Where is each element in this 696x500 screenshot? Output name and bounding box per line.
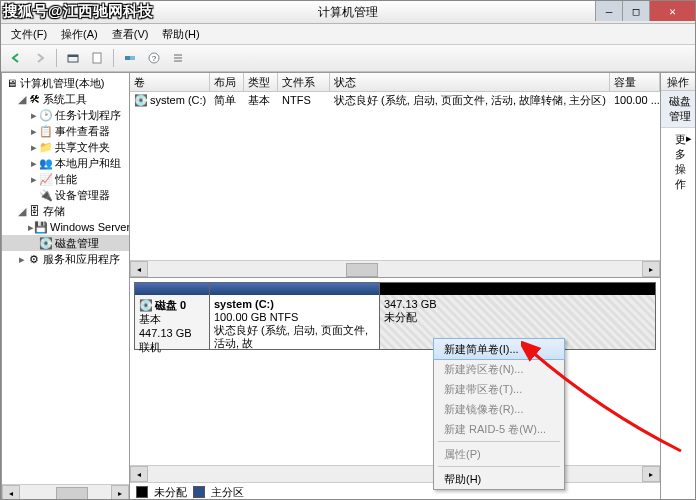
partition-system-c[interactable]: system (C:) 100.00 GB NTFS 状态良好 (系统, 启动,… xyxy=(210,283,380,349)
svg-rect-2 xyxy=(93,53,101,63)
toolbar: ? xyxy=(1,45,695,72)
maximize-button[interactable]: □ xyxy=(622,1,649,21)
grid-hscroll[interactable]: ◂▸ xyxy=(130,260,660,277)
legend-unalloc-swatch xyxy=(136,486,148,498)
tree-wsb[interactable]: ▸💾Windows Server Back xyxy=(2,219,129,235)
tree-disk-mgmt[interactable]: 💽磁盘管理 xyxy=(2,235,129,251)
clock-icon: 🕑 xyxy=(39,108,53,122)
storage-icon: 🗄 xyxy=(27,204,41,218)
tree-event-viewer[interactable]: ▸📋事件查看器 xyxy=(2,123,129,139)
tree-shared-folders[interactable]: ▸📁共享文件夹 xyxy=(2,139,129,155)
back-button[interactable] xyxy=(5,47,27,69)
computer-icon: 🖥 xyxy=(4,76,18,90)
volume-grid-body: 💽system (C:) 简单 基本 NTFS 状态良好 (系统, 启动, 页面… xyxy=(130,92,660,260)
col-layout[interactable]: 布局 xyxy=(210,73,244,91)
refresh-button[interactable] xyxy=(119,47,141,69)
svg-rect-4 xyxy=(130,56,135,60)
users-icon: 👥 xyxy=(39,156,53,170)
event-icon: 📋 xyxy=(39,124,53,138)
ctx-new-stripe: 新建带区卷(T)... xyxy=(434,379,564,399)
tree-local-users[interactable]: ▸👥本地用户和组 xyxy=(2,155,129,171)
menu-help[interactable]: 帮助(H) xyxy=(156,25,205,44)
tree-device-manager[interactable]: 🔌设备管理器 xyxy=(2,187,129,203)
legend-primary-swatch xyxy=(193,486,205,498)
tree-services-apps[interactable]: ▸⚙服务和应用程序 xyxy=(2,251,129,267)
ctx-new-mirror: 新建镜像卷(R)... xyxy=(434,399,564,419)
minimize-button[interactable]: — xyxy=(595,1,622,21)
disk-drive-icon: 💽 xyxy=(139,298,153,312)
perf-icon: 📈 xyxy=(39,172,53,186)
volume-icon: 💽 xyxy=(134,93,148,107)
legend: 未分配 主分区 xyxy=(130,482,660,500)
content-pane: 卷 布局 类型 文件系统 状态 容量 💽system (C:) 简单 基本 NT… xyxy=(129,72,661,500)
ctx-properties: 属性(P) xyxy=(434,444,564,464)
chevron-right-icon: ▸ xyxy=(686,132,692,192)
wrench-icon: 🛠 xyxy=(27,92,41,106)
actions-pane: 操作 磁盘管理 更多操作▸ xyxy=(661,72,696,500)
tree-root[interactable]: 🖥计算机管理(本地) xyxy=(2,75,129,91)
disk-icon: 💽 xyxy=(39,236,53,250)
ctx-new-span: 新建跨区卷(N)... xyxy=(434,359,564,379)
disk-hscroll[interactable]: ◂▸ xyxy=(130,465,660,482)
list-button[interactable] xyxy=(167,47,189,69)
ctx-new-simple[interactable]: 新建简单卷(I)... xyxy=(433,338,565,360)
volume-grid-header: 卷 布局 类型 文件系统 状态 容量 xyxy=(130,73,660,92)
menu-view[interactable]: 查看(V) xyxy=(106,25,155,44)
help-button[interactable]: ? xyxy=(143,47,165,69)
ctx-new-raid5: 新建 RAID-5 卷(W)... xyxy=(434,419,564,439)
backup-icon: 💾 xyxy=(34,220,48,234)
ctx-help[interactable]: 帮助(H) xyxy=(434,469,564,489)
disk-row-0: 💽磁盘 0 基本 447.13 GB 联机 system (C:) 100.00… xyxy=(134,282,656,350)
disk-header[interactable]: 💽磁盘 0 基本 447.13 GB 联机 xyxy=(134,282,210,350)
actions-header: 操作 xyxy=(661,73,696,91)
action-more[interactable]: 更多操作▸ xyxy=(661,128,696,196)
col-fs[interactable]: 文件系统 xyxy=(278,73,330,91)
menu-file[interactable]: 文件(F) xyxy=(5,25,53,44)
device-icon: 🔌 xyxy=(39,188,53,202)
svg-rect-3 xyxy=(125,56,130,60)
tree-task-scheduler[interactable]: ▸🕑任务计划程序 xyxy=(2,107,129,123)
props-button[interactable] xyxy=(86,47,108,69)
close-button[interactable]: ✕ xyxy=(649,1,695,21)
gear-icon: ⚙ xyxy=(27,252,41,266)
tree-hscroll[interactable]: ◂▸ xyxy=(2,484,129,500)
title-bar: 计算机管理 — □ ✕ xyxy=(1,1,695,24)
nav-tree-pane: 🖥计算机管理(本地) ◢🛠系统工具 ▸🕑任务计划程序 ▸📋事件查看器 ▸📁共享文… xyxy=(1,72,129,500)
menu-action[interactable]: 操作(A) xyxy=(55,25,104,44)
svg-text:?: ? xyxy=(152,54,157,63)
tree-storage[interactable]: ◢🗄存储 xyxy=(2,203,129,219)
col-capacity[interactable]: 容量 xyxy=(610,73,660,91)
context-menu: 新建简单卷(I)... 新建跨区卷(N)... 新建带区卷(T)... 新建镜像… xyxy=(433,338,565,490)
forward-button[interactable] xyxy=(29,47,51,69)
window-title: 计算机管理 xyxy=(1,4,695,21)
folder-share-icon: 📁 xyxy=(39,140,53,154)
actions-section: 磁盘管理 xyxy=(661,91,696,128)
tree-system-tools[interactable]: ◢🛠系统工具 xyxy=(2,91,129,107)
tree-performance[interactable]: ▸📈性能 xyxy=(2,171,129,187)
volume-row[interactable]: 💽system (C:) 简单 基本 NTFS 状态良好 (系统, 启动, 页面… xyxy=(130,92,660,108)
col-volume[interactable]: 卷 xyxy=(130,73,210,91)
menu-bar: 文件(F) 操作(A) 查看(V) 帮助(H) xyxy=(1,24,695,45)
col-type[interactable]: 类型 xyxy=(244,73,278,91)
col-status[interactable]: 状态 xyxy=(330,73,610,91)
up-button[interactable] xyxy=(62,47,84,69)
svg-rect-1 xyxy=(68,55,78,57)
